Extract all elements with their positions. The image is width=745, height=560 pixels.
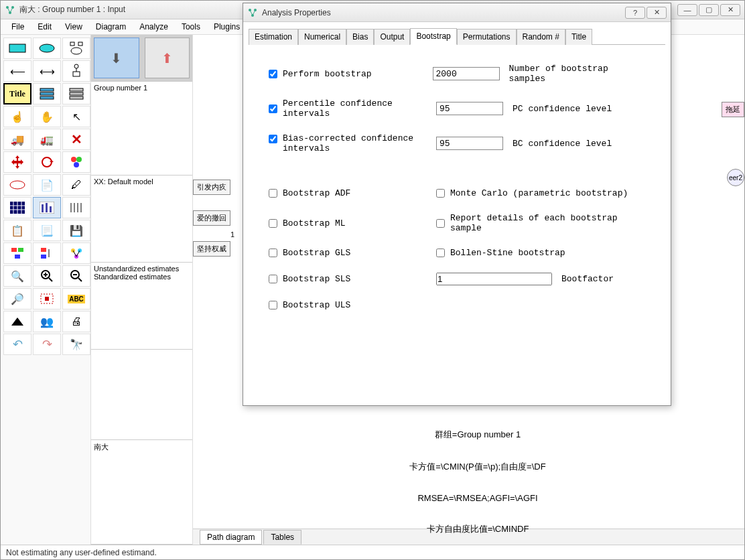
maximize-button[interactable]: ▢ bbox=[699, 4, 719, 16]
menu-edit[interactable]: Edit bbox=[31, 21, 58, 33]
tool-print[interactable]: 🖨 bbox=[62, 311, 90, 332]
estimates-panel[interactable]: Unstandardized estimates Standardized es… bbox=[91, 263, 192, 350]
tool-rect[interactable] bbox=[3, 38, 31, 59]
tab-bootstrap[interactable]: Bootstrap bbox=[410, 28, 456, 45]
tool-save[interactable]: 💾 bbox=[62, 220, 90, 241]
thumb-input[interactable]: ⬇ bbox=[94, 38, 139, 78]
node-proc[interactable]: 拖延 bbox=[722, 102, 744, 117]
monte-carlo-checkbox[interactable] bbox=[436, 189, 445, 198]
tab-bias[interactable]: Bias bbox=[346, 29, 374, 45]
bc-level-input[interactable] bbox=[436, 137, 503, 150]
tool-zoomin[interactable] bbox=[33, 265, 61, 287]
tool-hand[interactable]: ☝ bbox=[3, 106, 31, 127]
menu-diagram[interactable]: Diagram bbox=[89, 21, 133, 33]
boot-gls-checkbox[interactable] bbox=[269, 249, 277, 257]
tab-permutations[interactable]: Permutations bbox=[457, 29, 517, 45]
dialog-help-button[interactable]: ? bbox=[625, 7, 645, 19]
tab-tables[interactable]: Tables bbox=[263, 530, 301, 545]
minimize-button[interactable]: — bbox=[677, 4, 697, 16]
perform-bootstrap-checkbox[interactable] bbox=[269, 70, 277, 78]
model-item[interactable]: XX: Default model bbox=[94, 178, 190, 186]
tool-grab[interactable]: ✋ bbox=[33, 106, 61, 127]
tool-find[interactable]: 🔭 bbox=[62, 334, 90, 355]
tool-grid[interactable] bbox=[3, 197, 31, 218]
path-label-1: 1 bbox=[230, 230, 234, 238]
tool-page[interactable]: 📄 bbox=[33, 174, 61, 196]
node-eer2[interactable]: eer2 bbox=[727, 169, 744, 186]
misc2-panel[interactable]: 南大 bbox=[91, 440, 192, 545]
models-panel[interactable]: XX: Default model bbox=[91, 176, 192, 263]
tool-title[interactable]: Title bbox=[3, 83, 31, 104]
tool-zoomout[interactable] bbox=[62, 265, 90, 287]
tool-clipboard[interactable]: 📋 bbox=[3, 220, 31, 241]
menu-file[interactable]: File bbox=[5, 21, 31, 33]
menu-analyze[interactable]: Analyze bbox=[133, 21, 175, 33]
bias-corr-checkbox[interactable] bbox=[269, 135, 277, 143]
close-button[interactable]: ✕ bbox=[720, 4, 740, 16]
dialog-titlebar: Analysis Properties ? ✕ bbox=[243, 3, 671, 22]
tool-rotate[interactable] bbox=[33, 151, 61, 173]
misc2-item[interactable]: 南大 bbox=[94, 442, 190, 452]
boot-uls-checkbox[interactable] bbox=[269, 301, 277, 309]
tool-lines[interactable] bbox=[62, 197, 90, 218]
tool-people[interactable]: 👥 bbox=[33, 311, 61, 332]
tool-truck1[interactable]: 🚚 bbox=[3, 129, 31, 150]
tab-numerical[interactable]: Numerical bbox=[298, 29, 346, 45]
svg-rect-43 bbox=[41, 248, 46, 252]
dialog-close-button[interactable]: ✕ bbox=[647, 7, 667, 19]
svg-line-4 bbox=[10, 7, 13, 13]
group-item[interactable]: Group number 1 bbox=[94, 84, 190, 92]
tool-oval[interactable] bbox=[3, 174, 31, 196]
tool-sheet[interactable]: 📃 bbox=[33, 220, 61, 241]
node-love-withdraw[interactable]: 爱的撤回 bbox=[193, 210, 230, 226]
tool-t3[interactable] bbox=[62, 242, 90, 264]
tool-ellipse[interactable] bbox=[33, 38, 61, 59]
report-details-checkbox[interactable] bbox=[436, 219, 445, 228]
node-authority[interactable]: 坚持权威 bbox=[193, 241, 230, 257]
thumb-output[interactable]: ⬆ bbox=[145, 38, 190, 78]
groups-panel[interactable]: Group number 1 bbox=[91, 82, 192, 176]
tool-s3[interactable]: ABC bbox=[62, 288, 90, 309]
tool-stack1[interactable] bbox=[33, 83, 61, 104]
percentile-ci-checkbox[interactable] bbox=[269, 104, 277, 113]
tool-bars[interactable] bbox=[33, 197, 61, 218]
tool-arrow-double[interactable]: ⟷ bbox=[33, 60, 61, 82]
tab-path-diagram[interactable]: Path diagram bbox=[200, 530, 262, 545]
tool-redo[interactable]: ↷ bbox=[33, 334, 61, 355]
tool-t1[interactable] bbox=[3, 242, 31, 264]
tool-truck2[interactable]: 🚛 bbox=[33, 129, 61, 150]
boot-ml-checkbox[interactable] bbox=[269, 219, 277, 228]
tool-delete[interactable]: ✕ bbox=[62, 129, 90, 150]
estimate-unstd[interactable]: Unstandardized estimates bbox=[94, 265, 190, 273]
tool-undo[interactable]: ↶ bbox=[3, 334, 31, 355]
tool-stack2[interactable] bbox=[62, 83, 90, 104]
tool-s1[interactable]: 🔎 bbox=[3, 288, 31, 309]
num-samples-input[interactable] bbox=[433, 67, 500, 80]
tool-indicator[interactable] bbox=[62, 60, 90, 82]
misc1-panel[interactable] bbox=[91, 350, 192, 440]
tool-latent[interactable] bbox=[62, 38, 90, 59]
tool-cursor[interactable]: ↖ bbox=[62, 106, 90, 127]
tab-estimation[interactable]: Estimation bbox=[249, 29, 298, 45]
bootfactor-input[interactable] bbox=[436, 273, 552, 285]
tool-zoom1[interactable]: 🔍 bbox=[3, 265, 31, 287]
menu-view[interactable]: View bbox=[58, 21, 89, 33]
tab-title[interactable]: Title bbox=[565, 29, 592, 45]
tool-tri[interactable] bbox=[3, 311, 31, 332]
pc-level-input[interactable] bbox=[436, 102, 503, 115]
tool-arrow-left[interactable]: ⟵ bbox=[3, 60, 31, 82]
menu-plugins[interactable]: Plugins bbox=[207, 21, 247, 33]
tool-pen[interactable]: 🖊 bbox=[62, 174, 90, 196]
tab-output[interactable]: Output bbox=[374, 29, 410, 45]
tab-random[interactable]: Random # bbox=[517, 29, 565, 45]
menu-tools[interactable]: Tools bbox=[175, 21, 207, 33]
boot-adf-checkbox[interactable] bbox=[269, 189, 277, 198]
tool-colors[interactable] bbox=[62, 151, 90, 173]
tool-s2[interactable] bbox=[33, 288, 61, 309]
bollen-stine-checkbox[interactable] bbox=[436, 249, 445, 257]
tool-t2[interactable] bbox=[33, 242, 61, 264]
estimate-std[interactable]: Standardized estimates bbox=[94, 273, 190, 281]
node-guilt[interactable]: 引发内疚 bbox=[193, 180, 230, 195]
tool-move[interactable] bbox=[3, 151, 31, 173]
boot-sls-checkbox[interactable] bbox=[269, 275, 277, 283]
